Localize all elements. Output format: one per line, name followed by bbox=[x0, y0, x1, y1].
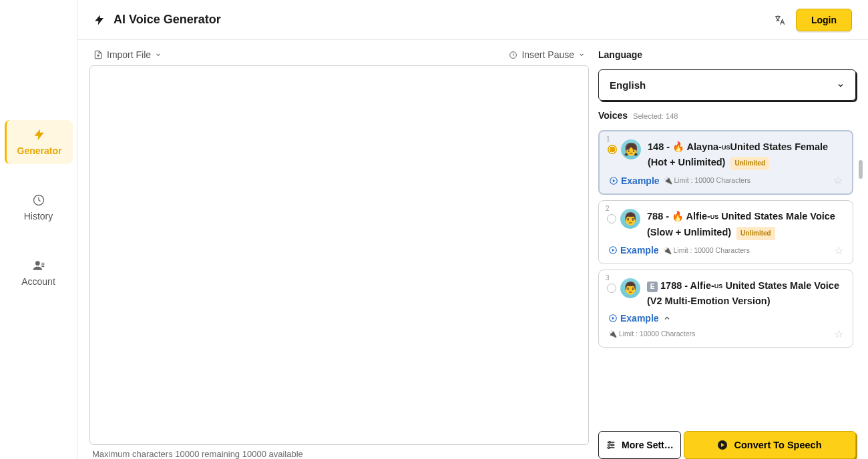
voice-card[interactable]: 1👧148 - 🔥 Alayna-USUnited States Female … bbox=[598, 130, 853, 195]
more-settings-label: More Sett… bbox=[622, 440, 674, 450]
scrollbar-thumb[interactable] bbox=[859, 160, 863, 179]
chevron-down-icon bbox=[155, 51, 162, 58]
voice-card[interactable]: 2👨788 - 🔥 Alfie-US United States Male Vo… bbox=[598, 200, 853, 264]
voice-name: 148 - 🔥 Alayna-USUnited States Female (H… bbox=[648, 139, 843, 170]
voice-index: 2 bbox=[606, 205, 610, 212]
sliders-icon bbox=[606, 440, 616, 450]
avatar: 👨 bbox=[620, 209, 640, 229]
radio-indicator bbox=[607, 284, 616, 293]
sidebar-item-generator[interactable]: Generator bbox=[5, 120, 73, 164]
import-file-button[interactable]: Import File bbox=[93, 49, 162, 60]
voices-label: Voices bbox=[598, 110, 628, 121]
editor-toolbar: Import File Insert Pause bbox=[89, 49, 589, 65]
country-tag: US bbox=[714, 283, 723, 290]
country-tag: US bbox=[722, 144, 730, 151]
sidebar-item-label: Account bbox=[21, 276, 55, 287]
lightning-icon bbox=[93, 13, 105, 27]
voices-selected-count: Selected: 148 bbox=[633, 112, 678, 120]
language-label: Language bbox=[598, 49, 856, 60]
svg-point-1 bbox=[35, 261, 40, 266]
example-button[interactable]: Example bbox=[609, 175, 660, 186]
limit-text: 🔌 Limit : 10000 Characters bbox=[663, 246, 750, 255]
lightning-icon bbox=[33, 128, 46, 141]
country-tag: US bbox=[710, 213, 719, 220]
favorite-star-icon[interactable]: ☆ bbox=[834, 244, 843, 257]
language-value: English bbox=[610, 79, 646, 91]
file-upload-icon bbox=[93, 50, 103, 59]
convert-label: Convert To Speech bbox=[734, 440, 821, 450]
header: AI Voice Generator Login bbox=[77, 0, 868, 40]
clock-icon bbox=[32, 193, 45, 207]
svg-rect-4 bbox=[41, 266, 44, 267]
example-row: Example bbox=[608, 313, 843, 324]
limit-text: 🔌 Limit : 10000 Characters bbox=[664, 176, 750, 185]
svg-point-12 bbox=[612, 444, 614, 446]
convert-button[interactable]: Convert To Speech bbox=[684, 431, 856, 459]
voice-index: 1 bbox=[606, 135, 610, 143]
unlimited-badge: Unlimited bbox=[730, 157, 769, 170]
voice-name: E1788 - Alfie-US United States Male Voic… bbox=[647, 278, 843, 309]
voice-card[interactable]: 3👨E1788 - Alfie-US United States Male Vo… bbox=[598, 270, 853, 348]
avatar: 👧 bbox=[621, 139, 641, 159]
chevron-down-icon bbox=[837, 81, 845, 89]
bottom-actions: More Sett… Convert To Speech bbox=[598, 431, 856, 459]
favorite-star-icon[interactable]: ☆ bbox=[834, 328, 843, 340]
radio-indicator bbox=[608, 145, 617, 154]
example-row: Example🔌 Limit : 10000 Characters☆ bbox=[609, 174, 843, 187]
favorite-star-icon[interactable]: ☆ bbox=[833, 174, 843, 187]
sidebar-item-account[interactable]: Account bbox=[5, 251, 73, 295]
svg-point-14 bbox=[608, 447, 610, 449]
person-icon bbox=[32, 259, 45, 272]
svg-rect-3 bbox=[41, 264, 44, 265]
unlimited-badge: Unlimited bbox=[736, 227, 775, 240]
sidebar-item-label: History bbox=[24, 211, 53, 221]
example-button[interactable]: Example bbox=[608, 245, 659, 256]
play-icon bbox=[718, 440, 727, 450]
example-row: Example🔌 Limit : 10000 Characters☆ bbox=[608, 244, 843, 257]
text-input[interactable] bbox=[89, 65, 589, 445]
limit-row: 🔌 Limit : 10000 Characters☆ bbox=[608, 328, 843, 340]
chevron-down-icon bbox=[578, 51, 585, 58]
page-title: AI Voice Generator bbox=[114, 13, 221, 27]
voice-name: 788 - 🔥 Alfie-US United States Male Voic… bbox=[647, 209, 843, 240]
import-file-label: Import File bbox=[107, 49, 151, 60]
sidebar-item-label: Generator bbox=[17, 145, 62, 156]
sidebar-item-history[interactable]: History bbox=[5, 185, 73, 230]
voice-title-row: 👨788 - 🔥 Alfie-US United States Male Voi… bbox=[608, 209, 843, 240]
more-settings-button[interactable]: More Sett… bbox=[598, 431, 681, 459]
svg-rect-2 bbox=[41, 263, 44, 264]
language-select[interactable]: English bbox=[598, 69, 856, 101]
login-button[interactable]: Login bbox=[796, 9, 852, 31]
voices-header: Voices Selected: 148 bbox=[598, 110, 856, 121]
voice-title-row: 👨E1788 - Alfie-US United States Male Voi… bbox=[608, 278, 843, 309]
example-button[interactable]: Example bbox=[608, 313, 659, 324]
sidebar: Generator History Account bbox=[0, 0, 77, 459]
insert-pause-button[interactable]: Insert Pause bbox=[509, 49, 585, 60]
emotion-badge: E bbox=[647, 282, 658, 292]
chevron-up-icon[interactable] bbox=[663, 314, 671, 322]
avatar: 👨 bbox=[620, 278, 640, 298]
translate-icon[interactable] bbox=[772, 12, 788, 28]
clock-icon bbox=[509, 51, 517, 59]
character-counter: Maximum characters 10000 remaining 10000… bbox=[89, 445, 589, 459]
limit-text: 🔌 Limit : 10000 Characters bbox=[608, 330, 695, 338]
voice-title-row: 👧148 - 🔥 Alayna-USUnited States Female (… bbox=[609, 139, 843, 170]
voice-list: 1👧148 - 🔥 Alayna-USUnited States Female … bbox=[598, 130, 856, 422]
svg-point-10 bbox=[609, 442, 611, 444]
insert-pause-label: Insert Pause bbox=[521, 49, 574, 60]
voice-index: 3 bbox=[606, 274, 610, 282]
